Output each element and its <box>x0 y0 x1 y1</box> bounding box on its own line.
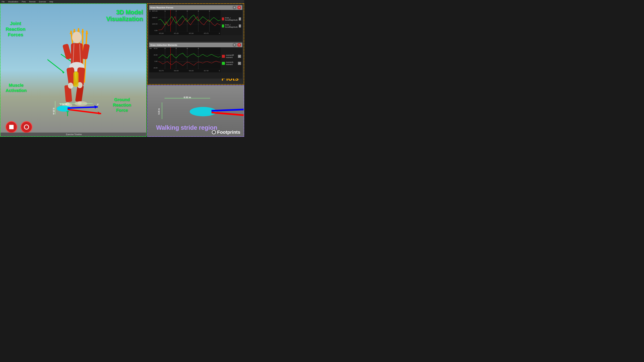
plot2-y-0: 0.00 <box>149 60 158 62</box>
viz-title: 3D Model Visualization <box>106 9 143 22</box>
record-controls <box>6 121 32 133</box>
plot1-title: Knee Reaction Forces <box>150 6 174 9</box>
ground-reaction-label: Ground Reaction Force <box>113 97 131 113</box>
stride-h-measure: 0.52 m <box>164 96 210 101</box>
plot1-y-axis: N 3670.00 2446.67 1223.33 0.00 <box>149 10 158 32</box>
plot2-x-617: 617.50 <box>204 70 209 71</box>
record-button[interactable] <box>21 121 32 133</box>
plot1-svg: N R R R R <box>158 10 220 32</box>
svg-line-71 <box>212 109 244 111</box>
measure-v-line <box>55 101 55 114</box>
plot2-check-1[interactable]: ✓ <box>238 55 241 58</box>
plot2-legend: momentRmoment ✓ momentLmoment ✓ <box>220 47 242 72</box>
footprints-label: Footprints <box>212 130 240 135</box>
plot1-x-s: S <box>219 32 220 34</box>
plot1-x-672: 672.50 <box>189 32 194 34</box>
plot2-legend-item-1: momentRmoment ✓ <box>222 54 241 58</box>
svg-text:R: R <box>176 10 177 12</box>
plot1-y-0: 0.00 <box>149 30 158 31</box>
plot1-x-670: 670.00 <box>159 32 164 34</box>
svg-rect-13 <box>71 43 83 65</box>
plot1-body: N 3670.00 2446.67 1223.33 0.00 <box>149 10 242 35</box>
plot1-y-2446: 2446.67 <box>149 17 158 18</box>
plot1-settings-btn[interactable]: ⚙ <box>232 6 236 9</box>
exercise-timeline[interactable]: Exercise Timeline <box>0 133 147 136</box>
v-measure-line <box>162 102 162 119</box>
svg-line-73 <box>212 112 244 117</box>
menu-help[interactable]: Help <box>48 0 55 3</box>
plot1-x-671: 671.25 <box>174 32 178 34</box>
plot2-title: Knee Adduction Moments <box>150 44 177 46</box>
menu-remote[interactable]: Remote <box>28 0 38 3</box>
plot1-legend-text-2: knee_lforceMagnitude <box>225 24 238 28</box>
menu-file[interactable]: File <box>0 0 6 3</box>
measure-h-line <box>59 103 93 104</box>
plot2-body: Nm 40.00 20.00 0.00 -20.00 <box>149 47 242 72</box>
plot2-header: Knee Adduction Moments ⚙ ✕ <box>149 42 242 47</box>
plot1-legend-color-1 <box>222 17 224 20</box>
svg-marker-36 <box>94 105 98 109</box>
plot2-y-unit: Nm <box>150 48 152 49</box>
stride-grf-arrows: 34° 32° <box>181 102 244 121</box>
svg-line-37 <box>68 109 101 114</box>
knee-reaction-plot: Knee Reaction Forces ⚙ ✕ N 3670.00 2446.… <box>149 5 242 41</box>
menu-exercise[interactable]: Exercise <box>37 0 48 3</box>
stride-015-label: 0.15 m <box>158 108 160 114</box>
plots-panel: Plots Knee Reaction Forces ⚙ ✕ N 3670.00… <box>147 3 244 85</box>
plot2-check-2[interactable]: ✓ <box>238 62 241 65</box>
svg-text:R: R <box>187 48 188 49</box>
plot1-chart: N 3670.00 2446.67 1223.33 0.00 <box>149 10 220 35</box>
svg-point-23 <box>68 83 73 89</box>
plot2-x-615: 615.00 <box>174 70 178 71</box>
plot2-y-axis: Nm 40.00 20.00 0.00 -20.00 <box>149 47 158 69</box>
menu-plots[interactable]: Plots <box>20 0 27 3</box>
plot2-legend-color-1 <box>222 55 225 58</box>
svg-text:3°: 3° <box>97 103 99 106</box>
knee-adduction-plot: Knee Adduction Moments ⚙ ✕ Nm 40.00 20.0… <box>149 42 242 79</box>
menu-visualization[interactable]: Visualization <box>6 0 20 3</box>
plot1-check-2[interactable]: ✓ <box>239 24 241 27</box>
plot1-x-axis: 670.00 671.25 672.50 673.75 S <box>158 32 220 35</box>
svg-text:R: R <box>164 48 166 49</box>
svg-rect-14 <box>62 43 72 60</box>
plot2-legend-text-1: momentRmoment <box>226 54 234 58</box>
svg-point-70 <box>190 107 216 116</box>
plot2-legend-text-2: momentLmoment <box>226 61 234 65</box>
plot1-legend-item-1: knee_rforceMagnitude ✓ <box>222 17 241 21</box>
plot2-svg: R R R R <box>158 47 220 69</box>
menubar: File Visualization Plots Remote Exercise… <box>0 0 244 3</box>
svg-text:R: R <box>209 10 210 12</box>
svg-text:R: R <box>198 48 199 49</box>
plot1-chart-area: N R R R R <box>158 10 220 32</box>
left-panel-3d: 3D Model Visualization Joint Reaction Fo… <box>0 3 147 137</box>
record-icon <box>24 124 29 130</box>
plot2-legend-item-2: momentLmoment ✓ <box>222 61 241 65</box>
plot2-x-613: 613.75 <box>159 70 164 71</box>
muscle-activation-label: Muscle Activation <box>6 83 27 93</box>
svg-text:R: R <box>187 10 188 12</box>
plot1-x-673: 673.75 <box>204 32 209 34</box>
svg-rect-27 <box>74 72 78 87</box>
stride-052-label: 0.52 m <box>184 96 191 99</box>
svg-text:R: R <box>176 48 177 49</box>
plot2-x-s: S <box>219 70 220 71</box>
svg-line-30 <box>48 49 64 72</box>
plot2-x-616: 616.25 <box>189 70 194 71</box>
stride-panel: 0.52 m 0.15 m 34° 32° Walking stride reg… <box>147 85 244 137</box>
stride-v-measure: 0.15 m <box>160 102 164 119</box>
plot2-chart: Nm 40.00 20.00 0.00 -20.00 <box>149 47 220 72</box>
svg-rect-40 <box>158 10 220 32</box>
plot1-y-1223: 1223.33 <box>149 23 158 25</box>
measure-015: 0.15 m <box>52 108 55 114</box>
svg-line-35 <box>68 107 98 108</box>
svg-point-12 <box>72 32 82 43</box>
plot2-x-axis: 613.75 615.00 616.25 617.50 S <box>158 69 220 72</box>
plot2-close-btn[interactable]: ✕ <box>237 43 241 47</box>
plot1-close-btn[interactable]: ✕ <box>237 6 241 9</box>
plot1-check-1[interactable]: ✓ <box>239 17 241 20</box>
footprints-icon <box>212 130 216 134</box>
stop-button[interactable] <box>6 121 17 133</box>
svg-text:N: N <box>164 10 166 12</box>
plot1-legend-color-2 <box>222 24 224 27</box>
plot2-settings-btn[interactable]: ⚙ <box>232 43 236 47</box>
